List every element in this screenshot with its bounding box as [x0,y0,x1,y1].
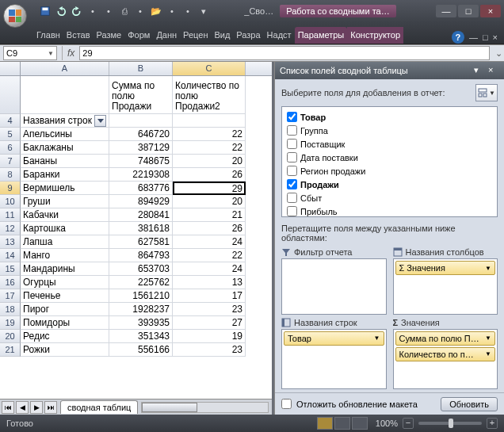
horizontal-scrollbar[interactable] [141,402,269,413]
name-box[interactable]: C9 ▼ [3,46,57,60]
view-page-break-button[interactable] [352,417,368,430]
fieldlist-titlebar[interactable]: Список полей сводной таблицы ▾ × [275,62,504,79]
cell-a[interactable]: Кабачки [21,208,109,222]
open-icon[interactable]: 📂 [149,4,163,18]
formula-input[interactable]: 29 [79,46,490,60]
tab-review[interactable]: Рецен [180,27,211,44]
cell-b[interactable]: 653703 [109,262,173,276]
area-filter-box[interactable] [281,258,387,315]
field-checkbox[interactable] [287,112,297,122]
zoom-thumb[interactable] [449,419,453,428]
cell-b[interactable]: 646720 [109,128,173,141]
row-item-tovar[interactable]: Товар▼ [284,331,384,346]
field-item[interactable]: Регион продажи [285,164,494,178]
table-row[interactable]: 19 Помидоры 393935 27 [0,316,272,330]
tab-view[interactable]: Вид [211,27,233,44]
view-normal-button[interactable] [317,417,333,430]
field-checkbox[interactable] [287,152,297,162]
office-button[interactable] [3,4,27,28]
tab-pivot-design[interactable]: Конструктор [347,27,403,44]
cell-c[interactable]: 13 [173,276,246,289]
zoom-in-button[interactable]: + [487,418,498,429]
field-item[interactable]: Товар [285,110,494,124]
defer-update-checkbox[interactable] [281,399,292,409]
cell-a[interactable]: Пирог [21,303,109,316]
table-row[interactable]: 17 Печенье 1561210 17 [0,289,272,303]
table-row[interactable]: 11 Кабачки 280841 21 [0,208,272,222]
field-checkbox[interactable] [287,193,297,203]
cell-a[interactable]: Лапша [21,235,109,249]
table-row[interactable]: 7 Бананы 748675 20 [0,155,272,168]
formula-expand-icon[interactable]: ⌄ [493,48,504,59]
pivot-header-sum[interactable]: Сумма по полю Продажи [109,76,173,114]
cell-b[interactable]: 627581 [109,235,173,249]
tab-formulas[interactable]: Форм [124,27,153,44]
field-item[interactable]: Продажи [285,178,494,191]
fieldlist-layout-button[interactable]: ▼ [475,84,498,101]
cell-c[interactable]: 27 [173,316,246,330]
fx-icon[interactable]: fx [67,48,74,59]
tab-addins[interactable]: Надст [264,27,295,44]
qat-icon-3[interactable]: • [133,4,147,18]
zoom-level[interactable]: 100% [376,419,398,428]
qat-icon-5[interactable]: • [181,4,195,18]
qat-icon-2[interactable]: • [101,4,116,18]
cell-a[interactable]: Бананы [21,155,109,168]
qat-icon-4[interactable]: • [165,4,179,18]
table-row[interactable]: 12 Картошка 381618 26 [0,222,272,235]
cell-a[interactable]: Манго [21,249,109,262]
table-row[interactable]: 20 Редис 351343 19 [0,330,272,343]
table-row[interactable]: 13 Лапша 627581 24 [0,235,272,249]
update-button[interactable]: Обновить [441,397,498,411]
cell-b[interactable]: 683776 [109,182,173,195]
worksheet-grid[interactable]: A B C Сумма по полю Продажи Количество п… [0,62,274,415]
cell-c[interactable]: 19 [173,330,246,343]
pivot-blank-a[interactable] [21,76,109,114]
table-row[interactable]: 15 Мандарины 653703 24 [0,262,272,276]
qat-dropdown-icon[interactable]: ▾ [197,4,211,18]
tab-home[interactable]: Главн [33,27,63,44]
table-row[interactable]: 14 Манго 864793 22 [0,249,272,262]
cell-c[interactable]: 20 [173,195,246,208]
field-checkbox[interactable] [287,206,297,216]
cell-c[interactable]: 26 [173,168,246,182]
area-cols-box[interactable]: Σ Значения▼ [393,258,498,315]
cell-c[interactable]: 22 [173,249,246,262]
cell-b[interactable]: 2219308 [109,168,173,182]
row-labels-header[interactable]: Названия строк [21,114,109,128]
cell-a[interactable]: Рожки [21,343,109,357]
cell-a[interactable]: Баклажаны [21,141,109,155]
cell-c[interactable]: 23 [173,303,246,316]
table-row[interactable]: 21 Рожки 556166 23 [0,343,272,357]
field-checkbox[interactable] [287,179,297,189]
cell-b[interactable]: 1928237 [109,303,173,316]
cell-b[interactable]: 864793 [109,249,173,262]
sheet-tab[interactable]: сводная таблиц [60,400,138,414]
cell-a[interactable]: Картошка [21,222,109,235]
help-icon[interactable]: ? [452,31,464,44]
cell-c[interactable]: 24 [173,235,246,249]
cell-b[interactable]: 1561210 [109,289,173,303]
row-labels-filter-button[interactable] [94,115,106,127]
table-row[interactable]: 10 Груши 894929 20 [0,195,272,208]
minimize-button[interactable]: — [436,5,456,17]
area-rows-box[interactable]: Товар▼ [281,329,387,390]
col-header-c[interactable]: C [173,62,246,75]
cell-b[interactable]: 556166 [109,343,173,357]
field-item[interactable]: Дата поставки [285,151,494,164]
cell-c[interactable]: 22 [173,128,246,141]
print-icon[interactable]: ⎙ [117,4,132,18]
cell-b[interactable]: 351343 [109,330,173,343]
col-header-a[interactable]: A [21,62,109,75]
cell-a[interactable]: Вермишель [21,182,109,195]
table-row[interactable]: 5 Апельсины 646720 22 [0,128,272,141]
cell-b[interactable]: 387129 [109,141,173,155]
field-item[interactable]: Прибыль [285,205,494,217]
pivot-header-count[interactable]: Количество по полю Продажи2 [173,76,246,114]
sheet-first-icon[interactable]: ⏮ [2,401,14,414]
cell-a[interactable]: Помидоры [21,316,109,330]
save-icon[interactable] [38,4,52,18]
hscroll-thumb[interactable] [142,403,197,412]
field-checkbox[interactable] [287,139,297,149]
field-item[interactable]: Группа [285,124,494,137]
